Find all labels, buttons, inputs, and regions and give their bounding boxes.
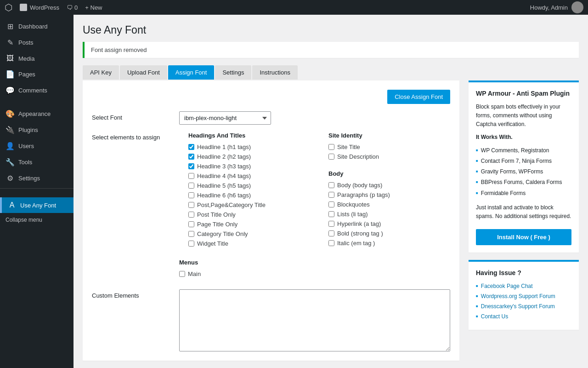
widget-title-checkbox[interactable] (188, 241, 194, 247)
elements-row: Select elements to assign Headings And T… (92, 132, 450, 250)
site-desc-checkbox[interactable] (328, 154, 334, 160)
comments-bar-item[interactable]: 🗨 0 (67, 4, 78, 11)
close-assign-font-button[interactable]: Close Assign Font (387, 90, 450, 104)
collapse-menu-button[interactable]: Collapse menu (0, 213, 74, 227)
checkbox-main-menu: Main (179, 270, 201, 277)
sidebar-item-plugins[interactable]: 🔌 Plugins (0, 122, 74, 138)
checkbox-h4: Headline 4 (h4 tags) (188, 172, 310, 179)
sidebar-item-appearance[interactable]: 🎨 Appearance (0, 106, 74, 122)
list-item: Contact Form 7, Ninja Forms (476, 156, 571, 167)
install-now-button[interactable]: Install Now ( Free ) (476, 229, 571, 245)
success-notice: Font assign removed (83, 42, 579, 58)
checkbox-page-title-only: Page Title Only (188, 221, 310, 228)
italic-checkbox[interactable] (328, 240, 334, 246)
cat-title-only-checkbox[interactable] (188, 231, 194, 237)
tab-settings[interactable]: Settings (215, 65, 251, 80)
sidebar-item-media[interactable]: 🖼 Media (0, 51, 74, 66)
blockquotes-checkbox[interactable] (328, 201, 334, 207)
custom-elements-label: Custom Elements (92, 289, 170, 299)
new-content-button[interactable]: + New (85, 4, 102, 11)
headings-title: Headings And Titles (188, 132, 310, 139)
h3-checkbox[interactable] (188, 163, 194, 169)
wordpress-org-link[interactable]: Wordpress.org Support Forum (481, 292, 555, 300)
having-issue-title: Having Issue ? (476, 269, 571, 276)
select-font-label: Select Font (92, 111, 170, 121)
checkbox-site-title: Site Title (328, 144, 450, 150)
post-title-only-checkbox[interactable] (188, 212, 194, 218)
post-page-cat-checkbox[interactable] (188, 202, 194, 208)
h5-checkbox[interactable] (188, 183, 194, 189)
link-item-contact: Contact Us (476, 312, 571, 321)
settings-icon: ⚙ (6, 174, 15, 183)
admin-bar: ⬡ WordPress 🗨 0 + New Howdy, Admin (0, 0, 588, 15)
wp-armour-widget: WP Armour - Anti Spam Plugin Block spam … (469, 80, 579, 253)
body-tag-checkbox[interactable] (328, 182, 334, 188)
main-content: Use Any Font Font assign removed API Key… (74, 15, 588, 368)
avatar (571, 1, 583, 13)
wp-armour-footer: Just install and activate to block spams… (476, 203, 571, 221)
h1-checkbox[interactable] (188, 144, 194, 150)
custom-elements-section: Custom Elements (92, 289, 450, 351)
sidebar: ⊞ Dashboard ✎ Posts 🖼 Media 📄 Pages 💬 Co… (0, 15, 74, 368)
checkbox-bold: Bold (strong tag ) (328, 230, 450, 237)
lists-checkbox[interactable] (328, 211, 334, 217)
checkbox-italic: Italic (em tag ) (328, 240, 450, 247)
link-item-facebook: Facebook Page Chat (476, 282, 571, 290)
main-menu-checkbox[interactable] (179, 271, 185, 277)
checkbox-body-tag: Body (body tags) (328, 182, 450, 189)
select-elements-section: Select elements to assign Headings And T… (92, 132, 450, 250)
sidebar-item-dashboard[interactable]: ⊞ Dashboard (0, 18, 74, 34)
checkbox-post-page-cat: Post,Page&Category Title (188, 201, 310, 208)
tab-api-key[interactable]: API Key (83, 65, 119, 80)
h2-checkbox[interactable] (188, 154, 194, 160)
checkbox-widget-title: Widget Title (188, 240, 310, 247)
menus-section: Menus Main (92, 259, 450, 280)
sidebar-item-comments[interactable]: 💬 Comments (0, 82, 74, 98)
checkbox-post-title-only: Post Title Only (188, 211, 310, 218)
font-select-dropdown[interactable]: ibm-plex-mono-light Open Sans Roboto Lat… (179, 111, 271, 125)
site-identity-title: Site Identity (328, 132, 450, 139)
sidebar-item-posts[interactable]: ✎ Posts (0, 34, 74, 51)
facebook-link[interactable]: Facebook Page Chat (481, 282, 533, 290)
dnesscarkey-link[interactable]: Dnesscarkey's Support Forum (481, 302, 555, 310)
checkbox-h3: Headline 3 (h3 tags) (188, 163, 310, 170)
sidebar-item-use-any-font[interactable]: A Use Any Font (0, 197, 74, 213)
sidebar-item-users[interactable]: 👤 Users (0, 138, 74, 154)
sidebar-item-pages[interactable]: 📄 Pages (0, 66, 74, 82)
users-icon: 👤 (6, 142, 15, 150)
hyperlink-checkbox[interactable] (328, 221, 334, 227)
checkbox-paragraphs: Paragraphs (p tags) (328, 191, 450, 198)
sidebar-item-settings[interactable]: ⚙ Settings (0, 170, 74, 186)
h6-checkbox[interactable] (188, 192, 194, 198)
checkbox-h5: Headline 5 (h5 tags) (188, 182, 310, 189)
comment-icon: 🗨 (67, 4, 73, 11)
tab-upload-font[interactable]: Upload Font (120, 65, 167, 80)
media-icon: 🖼 (6, 54, 15, 63)
h4-checkbox[interactable] (188, 173, 194, 179)
it-works-with-title: It Works With. (476, 134, 513, 140)
checkbox-h2: Headline 2 (h2 tags) (188, 153, 310, 160)
use-any-font-icon: A (7, 201, 17, 209)
howdy-menu[interactable]: Howdy, Admin (530, 1, 583, 13)
body-title: Body (328, 170, 450, 177)
sidebar-widgets: WP Armour - Anti Spam Plugin Block spam … (469, 80, 579, 337)
tab-instructions[interactable]: Instructions (252, 65, 297, 80)
plugins-icon: 🔌 (6, 126, 15, 134)
tab-assign-font[interactable]: Assign Font (168, 65, 215, 80)
site-icon (20, 4, 27, 11)
posts-icon: ✎ (6, 38, 15, 47)
sidebar-item-tools[interactable]: 🔧 Tools (0, 154, 74, 170)
paragraphs-checkbox[interactable] (328, 192, 334, 198)
list-item: Formidable Forms (476, 188, 571, 199)
wp-armour-title: WP Armour - Anti Spam Plugin (476, 90, 571, 97)
bold-checkbox[interactable] (328, 230, 334, 236)
contact-us-link[interactable]: Contact Us (481, 312, 508, 321)
custom-elements-textarea[interactable] (179, 289, 450, 351)
checkbox-blockquotes: Blockquotes (328, 201, 450, 208)
wp-logo-icon[interactable]: ⬡ (5, 2, 12, 13)
comments-icon: 💬 (6, 86, 15, 95)
site-name[interactable]: WordPress (20, 4, 59, 11)
site-title-checkbox[interactable] (328, 144, 334, 150)
site-identity-body-column: Site Identity Site Title Site Descriptio… (328, 132, 450, 250)
page-title-only-checkbox[interactable] (188, 221, 194, 227)
